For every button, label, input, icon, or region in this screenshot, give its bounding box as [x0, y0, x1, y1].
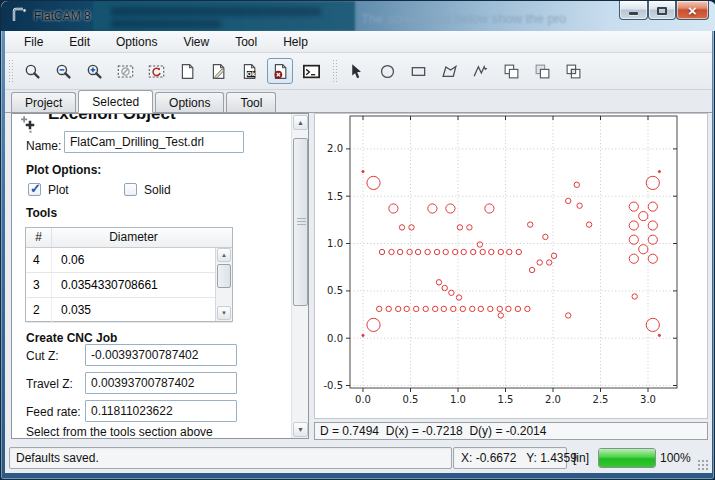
drill-marker: [658, 334, 660, 336]
delete-object-button[interactable]: [267, 58, 293, 84]
table-row[interactable]: 40.06: [26, 248, 232, 273]
toolbar-drag-handle-2[interactable]: [332, 59, 338, 83]
column-header-number[interactable]: #: [26, 228, 52, 247]
drill-marker: [362, 171, 364, 173]
cell-tool-number[interactable]: 2: [26, 298, 52, 322]
select-pointer-button[interactable]: [343, 58, 369, 84]
drill-marker: [428, 204, 437, 213]
panel-scrollbar[interactable]: ▲ ▼: [291, 114, 308, 438]
column-header-diameter[interactable]: Diameter: [52, 228, 215, 247]
drill-marker: [442, 285, 447, 290]
cell-diameter[interactable]: 0.06: [52, 248, 215, 272]
drill-marker: [516, 249, 521, 254]
drill-marker: [457, 225, 462, 230]
toolbar-drag-handle[interactable]: [8, 59, 14, 83]
zoom-in-button[interactable]: [81, 58, 107, 84]
plot-canvas[interactable]: 0.00.51.01.52.02.53.0-0.50.00.51.01.52.0: [314, 113, 708, 419]
feed-rate-input[interactable]: [85, 400, 237, 422]
drill-marker: [639, 212, 648, 221]
tab-selected[interactable]: Selected: [78, 90, 153, 113]
table-scroll-down-icon[interactable]: ▼: [217, 306, 231, 320]
drill-marker: [648, 235, 657, 244]
drill-marker: [389, 249, 394, 254]
drill-marker: [367, 176, 380, 189]
cut-z-input[interactable]: [85, 344, 237, 366]
resize-grip[interactable]: [697, 459, 709, 471]
object-title: Excellon Object: [48, 113, 176, 124]
polygon-subtract-button[interactable]: [529, 58, 555, 84]
shell-button[interactable]: [298, 58, 324, 84]
table-row[interactable]: 30.0354330708661: [26, 273, 232, 298]
panel-scroll-up-icon[interactable]: ▲: [293, 115, 308, 130]
save-ok-button[interactable]: Ok: [236, 58, 262, 84]
draw-circle-icon: [379, 63, 396, 80]
svg-text:1.5: 1.5: [327, 191, 343, 202]
menu-item-view[interactable]: View: [170, 31, 222, 53]
maximize-button[interactable]: [648, 1, 676, 20]
table-scroll-up-icon[interactable]: ▲: [217, 248, 231, 262]
plot-checkbox[interactable]: ✓: [28, 183, 41, 196]
drill-marker: [407, 249, 412, 254]
menu-item-file[interactable]: File: [11, 31, 56, 53]
replot-button[interactable]: [143, 58, 169, 84]
drill-marker: [478, 306, 483, 311]
drill-marker: [515, 306, 520, 311]
drill-marker: [386, 306, 391, 311]
menu-item-edit[interactable]: Edit: [56, 31, 103, 53]
drill-marker: [441, 306, 446, 311]
cell-tool-number[interactable]: 3: [26, 273, 52, 297]
cell-diameter[interactable]: 0.0354330708661: [52, 273, 215, 297]
drill-marker: [646, 176, 659, 189]
panel-scroll-down-icon[interactable]: ▼: [293, 422, 308, 437]
drill-marker: [646, 318, 659, 331]
drill-marker: [453, 249, 458, 254]
zoom-out-button[interactable]: [50, 58, 76, 84]
new-file-button[interactable]: [174, 58, 200, 84]
titlebar[interactable]: The screenshot below show the pro FlatCA…: [1, 1, 715, 31]
draw-polygon-icon: [441, 63, 458, 80]
minimize-button[interactable]: [619, 1, 648, 20]
tab-options[interactable]: Options: [155, 92, 224, 112]
drill-marker: [658, 171, 660, 173]
cell-tool-number[interactable]: 4: [26, 248, 52, 272]
solid-checkbox[interactable]: [124, 183, 137, 196]
panel-scrollbar-thumb[interactable]: [293, 138, 308, 306]
zoom-fit-button[interactable]: [19, 58, 45, 84]
tools-table-scrollbar[interactable]: ▲ ▼: [215, 248, 232, 321]
svg-text:0.0: 0.0: [327, 333, 343, 344]
table-row[interactable]: 20.035: [26, 298, 232, 323]
name-label: Name:: [26, 139, 61, 153]
drill-marker: [477, 242, 482, 247]
edit-file-button[interactable]: [205, 58, 231, 84]
draw-path-button[interactable]: [467, 58, 493, 84]
name-input[interactable]: [64, 131, 244, 153]
close-button[interactable]: ×: [676, 1, 709, 20]
background-window-text: The screenshot below show the pro: [361, 11, 611, 29]
tab-tool[interactable]: Tool: [226, 92, 276, 112]
menu-item-options[interactable]: Options: [103, 31, 170, 53]
menu-item-tool[interactable]: Tool: [222, 31, 270, 53]
drill-marker: [525, 306, 530, 311]
table-scrollbar-thumb[interactable]: [217, 264, 231, 288]
draw-circle-button[interactable]: [374, 58, 400, 84]
zoom-in-icon: [86, 63, 103, 80]
draw-polygon-button[interactable]: [436, 58, 462, 84]
edit-file-icon: [210, 63, 227, 80]
progress-bar: [598, 448, 656, 468]
drill-marker: [449, 290, 454, 295]
drill-marker: [485, 204, 494, 213]
travel-z-input[interactable]: [85, 372, 237, 394]
cell-diameter[interactable]: 0.035: [52, 298, 215, 322]
draw-rectangle-button[interactable]: [405, 58, 431, 84]
drill-marker: [577, 203, 582, 208]
progress-bar-fill: [599, 449, 655, 467]
tab-project[interactable]: Project: [11, 92, 76, 112]
drill-marker: [379, 249, 384, 254]
drill-marker: [543, 234, 548, 239]
cut-z-label: Cut Z:: [26, 349, 59, 363]
clear-plot-button[interactable]: [112, 58, 138, 84]
menu-item-help[interactable]: Help: [270, 31, 321, 53]
polygon-intersect-button[interactable]: [560, 58, 586, 84]
drill-marker: [629, 235, 638, 244]
polygon-union-button[interactable]: [498, 58, 524, 84]
